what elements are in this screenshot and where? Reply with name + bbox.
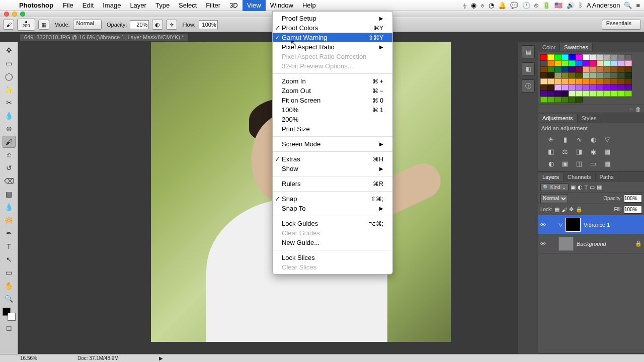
bluetooth-icon[interactable]: ᛒ — [579, 2, 583, 9]
photo-filter-adj-icon[interactable]: ◉ — [589, 147, 598, 156]
menuitem-snap-to[interactable]: Snap To▶ — [273, 204, 392, 213]
swatch[interactable] — [554, 90, 561, 97]
quick-mask-icon[interactable]: ◻ — [3, 322, 16, 334]
menu-help[interactable]: Help — [298, 0, 320, 11]
swatch[interactable] — [569, 60, 576, 66]
swatch[interactable] — [597, 66, 604, 72]
swatch[interactable] — [547, 72, 554, 78]
swatch[interactable] — [611, 90, 618, 97]
filter-pixel-icon[interactable]: ▣ — [571, 184, 576, 191]
swatch[interactable] — [561, 54, 569, 60]
swatch[interactable] — [625, 84, 632, 90]
menu-edit[interactable]: Edit — [78, 0, 98, 11]
swatch[interactable] — [576, 54, 583, 60]
layers-tab[interactable]: Layers — [538, 173, 564, 181]
flag-icon[interactable]: 🇺🇸 — [554, 2, 562, 9]
lock-all-icon[interactable]: 🔒 — [576, 206, 583, 213]
swatch[interactable] — [547, 97, 554, 103]
swatch[interactable] — [561, 60, 569, 66]
zoom-level[interactable]: 16.56% — [20, 355, 37, 361]
swatch[interactable] — [554, 97, 561, 103]
layer-opacity-field[interactable] — [624, 195, 642, 203]
doc-size[interactable]: Doc: 37.1M/48.9M — [77, 355, 119, 361]
crop-tool[interactable]: ✂ — [3, 97, 16, 109]
battery-icon[interactable]: 🔋 — [542, 2, 550, 9]
marquee-tool[interactable]: ▭ — [3, 57, 16, 69]
close-window-icon[interactable] — [4, 12, 9, 17]
curves-adj-icon[interactable]: ∿ — [575, 135, 584, 144]
swatches-grid[interactable] — [538, 52, 639, 105]
selective-color-adj-icon[interactable]: ▦ — [603, 159, 612, 168]
swatch[interactable] — [547, 78, 554, 84]
filter-shape-icon[interactable]: ▭ — [590, 184, 595, 191]
swatch[interactable] — [625, 78, 632, 84]
swatch[interactable] — [597, 90, 604, 97]
swatch[interactable] — [625, 66, 632, 72]
swatch[interactable] — [604, 60, 611, 66]
minimize-window-icon[interactable] — [12, 12, 17, 17]
styles-tab[interactable]: Styles — [578, 114, 601, 122]
swatch[interactable] — [611, 60, 618, 66]
menuitem-proof-colors[interactable]: ✓Proof Colors⌘Y — [273, 23, 392, 33]
swatch[interactable] — [561, 66, 569, 72]
blend-mode-select[interactable]: Normal — [73, 20, 102, 30]
brightness-adj-icon[interactable]: ☀ — [546, 135, 555, 144]
document-tab[interactable]: 649_3328310.JPG @ 16.6% (Vibrance 1, Lay… — [20, 34, 188, 41]
swatch[interactable] — [540, 84, 547, 90]
swatch[interactable] — [554, 54, 561, 60]
menuitem-screen-mode[interactable]: Screen Mode▶ — [273, 139, 392, 149]
invert-adj-icon[interactable]: ◐ — [546, 159, 555, 168]
history-panel-icon[interactable]: ▤ — [522, 45, 535, 58]
magic-wand-tool[interactable]: ✨ — [3, 83, 16, 96]
menuitem-proof-setup[interactable]: Proof Setup▶ — [273, 14, 392, 23]
notification-icon[interactable]: ◔ — [489, 2, 494, 9]
eraser-tool[interactable]: ⌫ — [3, 175, 16, 187]
swatch[interactable] — [569, 72, 576, 78]
status-arrow-icon[interactable]: ▶ — [159, 355, 163, 361]
menu-window[interactable]: Window — [266, 0, 298, 11]
hue-adj-icon[interactable]: ◧ — [546, 147, 555, 156]
menu-file[interactable]: File — [58, 0, 78, 11]
swatches-tab[interactable]: Swatches — [560, 43, 593, 51]
menuitem-gamut-warning[interactable]: ✓Gamut Warning⇧⌘Y — [273, 33, 392, 42]
brush-preset-picker[interactable]: 200 — [17, 19, 35, 31]
dropbox-icon[interactable]: ⟐ — [480, 2, 485, 9]
healing-brush-tool[interactable]: ⊕ — [3, 123, 16, 135]
info-panel-icon[interactable]: ⓘ — [522, 79, 535, 93]
swatch[interactable] — [583, 84, 590, 90]
type-tool[interactable]: T — [3, 240, 16, 252]
swatch[interactable] — [569, 54, 576, 60]
workspace-switcher[interactable]: Essentials — [602, 20, 641, 30]
menu-image[interactable]: Image — [98, 0, 125, 11]
swatch[interactable] — [604, 54, 611, 60]
swatch[interactable] — [611, 72, 618, 78]
swatch[interactable] — [590, 84, 597, 90]
swatch[interactable] — [597, 54, 604, 60]
lasso-tool[interactable]: ◯ — [3, 70, 16, 82]
brush-panel-toggle[interactable]: ▦ — [38, 20, 49, 30]
menuitem-fit-on-screen[interactable]: Fit on Screen⌘ 0 — [273, 96, 392, 105]
swatch[interactable] — [583, 78, 590, 84]
lock-transparency-icon[interactable]: ▦ — [554, 206, 559, 213]
swatch[interactable] — [569, 66, 576, 72]
bell-icon[interactable]: 🔔 — [498, 2, 506, 9]
swatch[interactable] — [576, 60, 583, 66]
swatch[interactable] — [547, 84, 554, 90]
swatch[interactable] — [611, 54, 618, 60]
move-tool[interactable]: ✥ — [3, 44, 16, 56]
chat-icon[interactable]: 💬 — [510, 2, 518, 9]
swatch[interactable] — [576, 97, 583, 103]
hand-tool[interactable]: ✋ — [3, 280, 16, 292]
swatch[interactable] — [597, 84, 604, 90]
swatch[interactable] — [554, 66, 561, 72]
swatch[interactable] — [597, 72, 604, 78]
color-swatches[interactable] — [3, 308, 16, 321]
menuitem-new-guide-[interactable]: New Guide... — [273, 238, 392, 247]
eyedropper-tool[interactable]: 💧 — [3, 110, 16, 122]
clock-icon[interactable]: 🕐 — [522, 2, 530, 9]
swatch[interactable] — [554, 60, 561, 66]
menuitem-extras[interactable]: ✓Extras⌘H — [273, 154, 392, 164]
swatch[interactable] — [590, 90, 597, 97]
zoom-tool[interactable]: 🔍 — [3, 293, 16, 305]
swatch[interactable] — [625, 60, 632, 66]
